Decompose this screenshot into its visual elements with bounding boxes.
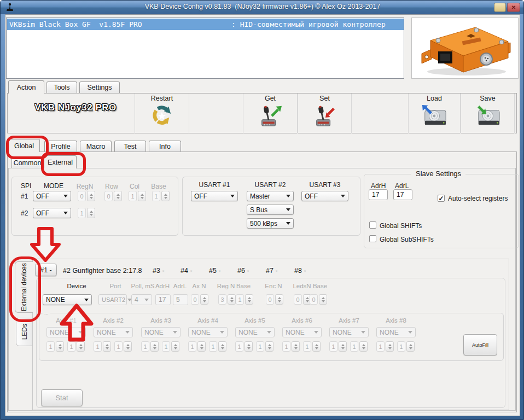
ext-device-tab-4[interactable]: #4 - xyxy=(181,267,193,275)
tab-macro[interactable]: Macro xyxy=(80,141,112,152)
ext-adrl-field[interactable]: 5 xyxy=(173,294,188,305)
base2-spinner[interactable]: 0 xyxy=(310,294,327,305)
spi1-col-spinner[interactable]: 1 xyxy=(129,191,146,201)
spinner-arrows-icon[interactable] xyxy=(161,191,170,201)
spinner-arrows-icon[interactable] xyxy=(245,294,253,305)
adrl-field[interactable]: 17 xyxy=(393,189,412,200)
ledsn-spinner[interactable]: 0 xyxy=(294,294,311,305)
save-button[interactable]: Save xyxy=(461,94,515,133)
axis2-spinner-b[interactable]: 1 xyxy=(114,341,132,352)
axis1-combo[interactable]: NONE xyxy=(46,327,86,337)
axis5-spinner-a[interactable]: 1 xyxy=(235,341,253,352)
restart-button[interactable]: Restart xyxy=(135,94,189,133)
spinner-arrows-icon[interactable] xyxy=(77,341,85,352)
spi1-mode-combo[interactable]: OFF xyxy=(33,191,71,201)
spinner-arrows-icon[interactable] xyxy=(197,341,206,352)
ext-adrh-field[interactable]: 17 xyxy=(155,294,171,305)
axis6-spinner-b[interactable]: 1 xyxy=(303,341,321,352)
ext-device-tab-7[interactable]: #7 - xyxy=(266,267,278,275)
spinner-arrows-icon[interactable] xyxy=(150,341,159,352)
axis8-spinner-a[interactable]: 1 xyxy=(376,341,394,352)
usart1-mode-combo[interactable]: OFF xyxy=(191,191,238,201)
spi1-regn-spinner[interactable]: 0 xyxy=(78,191,95,201)
spi1-base-spinner[interactable]: 1 xyxy=(152,191,170,201)
tab-test[interactable]: Test xyxy=(114,141,146,152)
axis8-spinner-b[interactable]: 1 xyxy=(397,341,415,352)
spinner-arrows-icon[interactable] xyxy=(359,341,368,352)
axis2-combo[interactable]: NONE xyxy=(94,327,133,337)
spinner-arrows-icon[interactable] xyxy=(319,294,327,305)
device-list[interactable]: VKBsim Black Box GF v1.85F PRO : HID-сов… xyxy=(6,18,404,79)
stat-button[interactable]: Stat xyxy=(41,389,83,406)
spinner-arrows-icon[interactable] xyxy=(103,341,111,352)
usart2-baud-combo[interactable]: 500 kBps xyxy=(247,218,294,229)
spinner-arrows-icon[interactable] xyxy=(406,341,415,352)
axis2-spinner-a[interactable]: 1 xyxy=(94,341,111,352)
global-subshifts-checkbox[interactable] xyxy=(369,235,376,242)
spi2-regn-spinner[interactable]: 1 xyxy=(78,208,95,218)
spinner-arrows-icon[interactable] xyxy=(386,341,394,352)
port-combo[interactable]: USART2 xyxy=(98,294,127,305)
axis7-spinner-b[interactable]: 1 xyxy=(350,341,368,352)
spi2-mode-combo[interactable]: OFF xyxy=(33,208,71,218)
auto-select-checkbox[interactable]: ✓ xyxy=(438,195,445,202)
spinner-arrows-icon[interactable] xyxy=(171,341,179,352)
close-button[interactable]: ✕ xyxy=(507,3,520,12)
side-tab-leds[interactable]: LEDs xyxy=(16,318,33,346)
spinner-arrows-icon[interactable] xyxy=(218,341,226,352)
spinner-arrows-icon[interactable] xyxy=(200,294,208,305)
get-button[interactable]: Get xyxy=(243,94,298,133)
axis6-combo[interactable]: NONE xyxy=(282,327,322,337)
adrh-field[interactable]: 17 xyxy=(369,189,388,200)
tab-action[interactable]: Action xyxy=(8,80,44,94)
spinner-arrows-icon[interactable] xyxy=(275,294,283,305)
axis3-combo[interactable]: NONE xyxy=(141,327,181,337)
axis4-spinner-a[interactable]: 1 xyxy=(188,341,206,352)
encn-spinner[interactable]: 0 xyxy=(266,294,283,305)
tab-settings[interactable]: Settings xyxy=(79,81,120,93)
spinner-arrows-icon[interactable] xyxy=(339,341,347,352)
axis1-spinner-b[interactable]: 1 xyxy=(67,341,85,352)
side-tab-external-devices[interactable]: External devices xyxy=(15,261,33,313)
tab-global[interactable]: Global xyxy=(8,139,40,152)
tab-profile[interactable]: Profile xyxy=(44,141,77,152)
axis8-combo[interactable]: NONE xyxy=(376,327,416,337)
ext-device-tab-5[interactable]: #5 - xyxy=(209,267,221,275)
axis3-spinner-a[interactable]: 1 xyxy=(141,341,159,352)
axis5-spinner-b[interactable]: 1 xyxy=(256,341,273,352)
axis1-spinner-a[interactable]: 1 xyxy=(46,341,64,352)
spinner-arrows-icon[interactable] xyxy=(138,191,146,201)
spinner-arrows-icon[interactable] xyxy=(114,191,122,201)
global-shifts-checkbox[interactable] xyxy=(369,221,376,229)
device-combo[interactable]: NONE xyxy=(43,294,92,305)
spinner-arrows-icon[interactable] xyxy=(124,341,132,352)
spinner-arrows-icon[interactable] xyxy=(56,341,64,352)
spinner-arrows-icon[interactable] xyxy=(87,208,95,218)
tab-tools[interactable]: Tools xyxy=(46,81,77,93)
ext-device-tab-6[interactable]: #6 - xyxy=(237,267,249,275)
spinner-arrows-icon[interactable] xyxy=(244,341,253,352)
spi1-row-spinner[interactable]: 0 xyxy=(104,191,122,201)
axis3-spinner-b[interactable]: 1 xyxy=(162,341,179,352)
tab-info[interactable]: Info xyxy=(149,141,181,152)
ext-device-tab-8[interactable]: #8 - xyxy=(294,267,306,275)
set-button[interactable]: Set xyxy=(298,94,352,133)
ext-device-tab-2[interactable]: #2 Gunfighter base 2:17.8 xyxy=(63,267,142,275)
spinner-arrows-icon[interactable] xyxy=(265,341,273,352)
spinner-arrows-icon[interactable] xyxy=(228,294,236,305)
minimize-button[interactable] xyxy=(494,3,506,12)
usart2-protocol-combo[interactable]: S Bus xyxy=(247,205,294,215)
tab-common[interactable]: Common xyxy=(11,157,43,168)
autofill-button[interactable]: AutoFill xyxy=(463,334,497,355)
usart3-mode-combo[interactable]: OFF xyxy=(301,191,348,201)
spinner-arrows-icon[interactable] xyxy=(312,341,321,352)
axn-spinner[interactable]: 0 xyxy=(191,294,208,305)
axis4-spinner-b[interactable]: 1 xyxy=(209,341,226,352)
spinner-arrows-icon[interactable] xyxy=(292,341,300,352)
poll-combo[interactable]: 4 xyxy=(131,294,152,305)
base-spinner[interactable]: 1 xyxy=(236,294,253,305)
axis5-combo[interactable]: NONE xyxy=(235,327,275,337)
spinner-arrows-icon[interactable] xyxy=(87,191,95,201)
axis6-spinner-a[interactable]: 1 xyxy=(282,341,300,352)
tab-external[interactable]: External xyxy=(44,155,77,168)
